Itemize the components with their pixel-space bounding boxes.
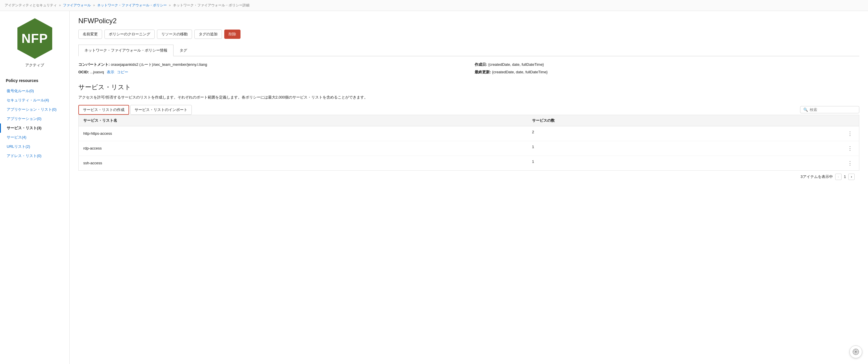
sidebar-nav-item-6[interactable]: URLリスト(2) [0,142,69,151]
sidebar-nav-item-1[interactable]: セキュリティ・ルール(4) [0,96,69,105]
move-button[interactable]: リソースの移動 [157,30,192,39]
pagination-prev[interactable]: ‹ [835,174,842,180]
policy-resources-title: Policy resources [0,76,69,86]
cell-name-1: rdp-access [79,141,527,156]
page-title: NFWPolicy2 [78,17,859,25]
main-layout: NFP アクティブ Policy resources 復号化ルール(0)セキュリ… [0,11,868,364]
created-value: {createdDate, date, fullDateTime} [488,62,544,67]
search-input[interactable] [810,107,856,112]
content-area: NFWPolicy2 名前変更 ポリシーのクローニング リソースの移動 タグの追… [70,11,868,364]
pagination-next[interactable]: › [848,174,855,180]
add-tag-button[interactable]: タグの追加 [194,30,222,39]
cell-count-1: 1 ⋮ [527,141,859,156]
clone-button[interactable]: ポリシーのクローニング [104,30,155,39]
policy-resources-section: Policy resources 復号化ルール(0)セキュリティ・ルール(4)ア… [0,76,69,161]
hexagon: NFP [16,17,54,60]
cell-count-2: 1 ⋮ [527,156,859,170]
tab-policy-info[interactable]: ネットワーク・ファイアウォール・ポリシー情報 [78,45,174,56]
pagination-page: 1 [844,174,846,179]
ocid-value: ...jxasvq [90,70,104,74]
section-desc: アクセスを許可/拒否するサービスのリストを作成します。それぞれのポート範囲を定義… [78,95,859,100]
help-button[interactable] [849,345,862,358]
breadcrumb-item-2[interactable]: ファイアウォール [63,3,91,7]
svg-point-5 [854,352,855,353]
section-title: サービス・リスト [78,83,859,92]
cell-name-2: ssh-access [79,156,527,170]
breadcrumb-item-4: ネットワーク・ファイアウォール・ポリシー詳細 [173,3,249,7]
row-action-btn-2[interactable]: ⋮ [846,159,855,167]
resource-icon-wrap: NFP アクティブ [16,17,54,68]
sidebar-nav-item-2[interactable]: アプリケーション・リスト(0) [0,105,69,114]
cell-count-0: 2 ⋮ [527,126,859,141]
cell-name-0: http-https-access [79,126,527,141]
breadcrumb: アイデンティティとセキュリティ » ファイアウォール » ネットワーク・ファイア… [0,0,868,11]
col-header-name: サービス・リスト名 [79,115,527,126]
created-label: 作成日: [475,62,487,67]
breadcrumb-item-3[interactable]: ネットワーク・ファイアウォール・ポリシー [97,3,167,7]
svg-point-8 [857,353,858,354]
created-row: 作成日: {createdDate, date, fullDateTime} [475,62,859,67]
compartment-row: コンパートメント: orasejapankids2 (ルート)/sec_team… [78,62,463,67]
sidebar: NFP アクティブ Policy resources 復号化ルール(0)セキュリ… [0,11,70,364]
svg-point-6 [857,352,858,353]
pagination-summary: 3アイテムを表示中 [801,174,833,179]
table-row: rdp-access 1 ⋮ [79,141,859,156]
svg-point-4 [856,353,857,354]
row-action-btn-1[interactable]: ⋮ [846,144,855,152]
breadcrumb-sep-3: » [169,3,171,7]
tabs: ネットワーク・ファイアウォール・ポリシー情報 タグ [78,45,859,56]
sidebar-nav-item-5[interactable]: サービス(4) [0,133,69,142]
pagination: 3アイテムを表示中 ‹ 1 › [78,171,859,183]
sidebar-nav-item-4[interactable]: サービス・リスト(3) [0,124,69,133]
sidebar-nav-item-3[interactable]: アプリケーション(0) [0,114,69,124]
nav-items-container: 復号化ルール(0)セキュリティ・ルール(4)アプリケーション・リスト(0)アプリ… [0,86,69,161]
updated-row: 最終更新: {createdDate, date, fullDateTime} [475,70,859,75]
search-box[interactable]: 🔍 [800,106,859,113]
delete-button[interactable]: 削除 [224,30,241,39]
table-header-row: サービス・リスト名 サービスの数 [79,115,859,126]
compartment-label: コンパートメント: [78,62,110,67]
compartment-value: orasejapankids2 (ルート)/sec_team_member/je… [111,62,207,67]
table-row: ssh-access 1 ⋮ [79,156,859,170]
table-row: http-https-access 2 ⋮ [79,126,859,141]
ocid-show-link[interactable]: 表示 [107,70,114,74]
service-list-table: サービス・リスト名 サービスの数 http-https-access 2 ⋮ r… [78,115,859,171]
breadcrumb-item-1: アイデンティティとセキュリティ [5,3,57,7]
svg-point-3 [856,350,857,351]
svg-point-2 [855,351,857,353]
sidebar-nav-item-7[interactable]: アドレス・リスト(0) [0,151,69,161]
breadcrumb-sep-1: » [59,3,61,7]
rename-button[interactable]: 名前変更 [78,30,102,39]
breadcrumb-sep-2: » [93,3,95,7]
ocid-copy-link[interactable]: コピー [117,70,128,74]
updated-label: 最終更新: [475,70,491,74]
table-body: http-https-access 2 ⋮ rdp-access 1 ⋮ ssh… [79,126,859,170]
svg-point-7 [855,351,855,351]
import-service-list-button[interactable]: サービス・リストのインポート [130,105,192,115]
updated-value: {createdDate, date, fullDateTime} [492,70,548,74]
sidebar-nav-item-0[interactable]: 復号化ルール(0) [0,86,69,96]
ocid-label: OCID: [78,70,89,74]
row-action-btn-0[interactable]: ⋮ [846,130,855,137]
action-bar: 名前変更 ポリシーのクローニング リソースの移動 タグの追加 削除 [78,30,859,39]
search-icon: 🔍 [803,107,808,112]
status-label: アクティブ [25,63,44,68]
ocid-row: OCID: ...jxasvq 表示 コピー [78,70,463,75]
create-service-list-button[interactable]: サービス・リストの作成 [78,105,129,115]
svg-point-9 [857,351,858,351]
info-grid: コンパートメント: orasejapankids2 (ルート)/sec_team… [78,62,859,75]
sub-action-bar: サービス・リストの作成 サービス・リストのインポート 🔍 [78,105,859,115]
sub-action-left: サービス・リストの作成 サービス・リストのインポート [78,105,192,115]
col-header-count: サービスの数 [527,115,859,126]
hex-initials: NFP [22,31,48,46]
svg-point-10 [855,353,855,354]
tab-tags[interactable]: タグ [174,45,193,56]
